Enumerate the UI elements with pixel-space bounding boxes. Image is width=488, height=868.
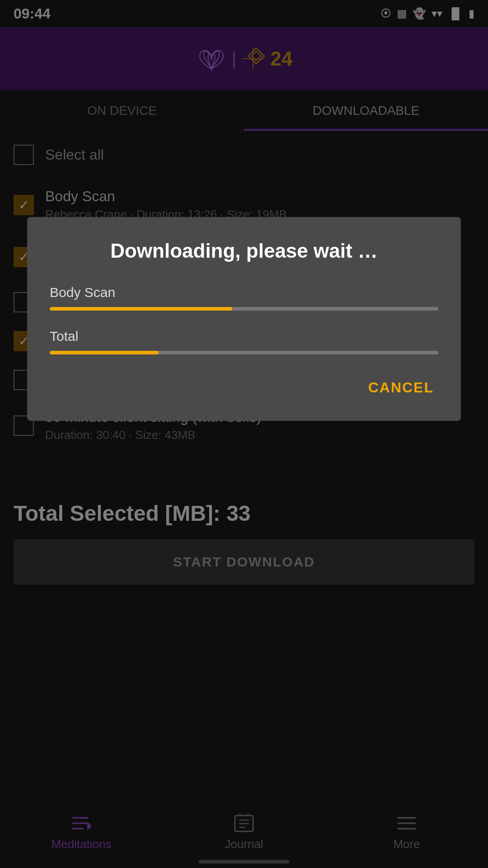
modal-title: Downloading, please wait …: [50, 240, 438, 262]
item-progress-bar: [50, 307, 438, 311]
modal-item-name: Body Scan: [50, 285, 438, 300]
download-modal: Downloading, please wait … Body Scan Tot…: [27, 217, 461, 421]
modal-overlay: Downloading, please wait … Body Scan Tot…: [0, 0, 488, 868]
total-progress-fill: [50, 351, 159, 354]
cancel-button[interactable]: CANCEL: [364, 373, 438, 403]
modal-total-name: Total: [50, 329, 438, 344]
item-progress-fill: [50, 307, 232, 311]
modal-cancel-row: CANCEL: [50, 373, 438, 403]
total-progress-bar: [50, 351, 438, 354]
